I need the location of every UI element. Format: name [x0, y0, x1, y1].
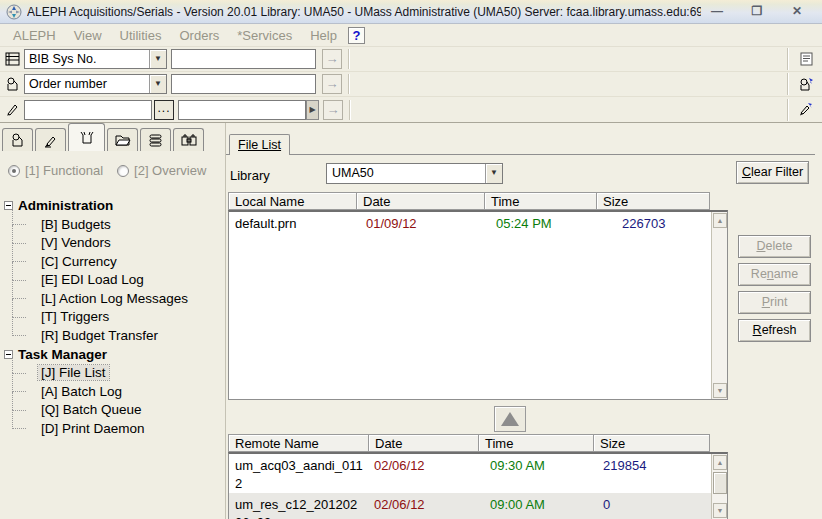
order-selector-combobox[interactable]: Order number ▼: [24, 74, 167, 94]
chevron-down-icon[interactable]: ▼: [485, 164, 502, 183]
menu-orders[interactable]: Orders: [171, 26, 229, 45]
invoice-input-1[interactable]: [24, 100, 152, 120]
tab-folder-icon[interactable]: [107, 128, 138, 151]
order-search-input[interactable]: [171, 74, 316, 94]
close-button[interactable]: ✕: [786, 4, 808, 20]
chevron-down-icon[interactable]: ▼: [149, 75, 166, 93]
bib-selector-combobox[interactable]: BIB Sys No. ▼: [24, 49, 167, 69]
table-row[interactable]: um_acq03_aandi_0112 02/06/12 09:30 AM 21…: [229, 454, 727, 493]
column-header-size[interactable]: Size: [593, 434, 710, 452]
cell-remote-name: um_res_c12_20120206_09.um_res: [229, 493, 368, 519]
scrollbar-thumb[interactable]: [713, 472, 727, 494]
tree-item-file-list[interactable]: [J] File List: [4, 364, 225, 383]
radio-unselected-icon: [117, 165, 129, 177]
print-button[interactable]: Print: [738, 291, 811, 314]
tree-item-action-log-messages[interactable]: [L] Action Log Messages: [4, 289, 225, 308]
cell-remote-name: um_acq03_aandi_0112: [229, 454, 368, 493]
scroll-down-icon[interactable]: ▼: [713, 503, 727, 518]
radio-functional[interactable]: [1] Functional: [8, 163, 103, 178]
local-table-header: Local Name Date Time Size: [228, 192, 710, 210]
browse-button[interactable]: ...: [154, 100, 174, 120]
order-go-button[interactable]: →: [322, 74, 342, 94]
delete-button[interactable]: Delete: [738, 235, 811, 258]
scroll-up-icon[interactable]: ▲: [713, 213, 727, 228]
cell-date: 02/06/12: [368, 493, 478, 519]
tab-file-list[interactable]: File List: [229, 134, 290, 155]
library-label: Library: [230, 168, 270, 183]
table-row[interactable]: default.prn 01/09/12 05:24 PM 226703: [229, 212, 727, 233]
order-shortcut-icon[interactable]: [796, 75, 816, 93]
local-table-body: default.prn 01/09/12 05:24 PM 226703 ▲ ▼: [228, 210, 728, 400]
library-combobox[interactable]: UMA50 ▼: [326, 163, 503, 184]
file-list-panel: File List Library UMA50 ▼ Clear Filter L…: [226, 123, 822, 519]
radio-overview[interactable]: [2] Overview: [117, 163, 206, 178]
column-header-date[interactable]: Date: [356, 192, 484, 210]
local-table-scrollbar[interactable]: ▲ ▼: [711, 212, 727, 399]
tree-item-triggers[interactable]: [T] Triggers: [4, 308, 225, 327]
clear-filter-button[interactable]: Clear Filter: [736, 161, 809, 184]
column-header-remote-name[interactable]: Remote Name: [228, 434, 368, 452]
tab-search-binoculars-icon[interactable]: [173, 128, 204, 151]
expand-right-icon[interactable]: ▶: [306, 100, 319, 120]
tree-item-print-daemon[interactable]: [D] Print Daemon: [4, 419, 225, 438]
tab-administration-icon[interactable]: [68, 123, 105, 151]
tab-invoice-pen-icon[interactable]: [35, 128, 66, 151]
menu-help[interactable]: Help: [301, 26, 346, 45]
toolbar-row-bib: BIB Sys No. ▼ →: [0, 47, 822, 72]
chevron-down-icon[interactable]: ▼: [149, 50, 166, 68]
cell-size: 219854: [593, 454, 691, 493]
up-arrow-icon: [501, 412, 519, 426]
column-header-date[interactable]: Date: [368, 434, 478, 452]
toolbar-row-order: Order number ▼ →: [0, 72, 822, 97]
minimize-button[interactable]: —: [706, 4, 728, 20]
tree-item-currency[interactable]: [C] Currency: [4, 252, 225, 271]
tree-item-vendors[interactable]: [V] Vendors: [4, 234, 225, 253]
remote-table-scrollbar[interactable]: ▲ ▼: [711, 454, 727, 519]
cell-time: 09:30 AM: [478, 454, 593, 493]
tree-item-edi-load-log[interactable]: [E] EDI Load Log: [4, 271, 225, 290]
refresh-button[interactable]: Refresh: [738, 319, 811, 342]
tree-item-budget-transfer[interactable]: [R] Budget Transfer: [4, 326, 225, 345]
scroll-down-icon[interactable]: ▼: [713, 383, 727, 398]
tree-group-label: Task Manager: [18, 347, 107, 362]
toolbar-separator: [348, 74, 349, 94]
tree-item-budgets[interactable]: [B] Budgets: [4, 215, 225, 234]
help-icon[interactable]: ?: [348, 27, 365, 44]
column-header-local-name[interactable]: Local Name: [228, 192, 356, 210]
invoice-go-button[interactable]: →: [323, 100, 343, 120]
scroll-up-icon[interactable]: ▲: [713, 455, 727, 470]
window-title: ALEPH Acquisitions/Serials - Version 20.…: [27, 5, 701, 19]
bib-go-button[interactable]: →: [322, 49, 342, 69]
menu-aleph[interactable]: ALEPH: [4, 26, 65, 45]
tree-item-batch-queue[interactable]: [Q] Batch Queue: [4, 401, 225, 420]
move-up-button[interactable]: [494, 406, 526, 432]
module-tab-strip: [0, 123, 225, 151]
menu-services[interactable]: *Services: [228, 26, 301, 45]
tab-stack-icon[interactable]: [140, 128, 171, 151]
column-header-time[interactable]: Time: [478, 434, 593, 452]
toolbar-separator: [787, 99, 788, 121]
pen-shortcut-icon[interactable]: [796, 101, 816, 119]
tree-group-administration[interactable]: Administration: [4, 196, 225, 215]
radio-overview-label: [2] Overview: [134, 163, 206, 178]
toolbar-separator: [348, 49, 349, 69]
navigation-pane: [1] Functional [2] Overview Administrati…: [0, 123, 226, 519]
title-bar: ALEPH Acquisitions/Serials - Version 20.…: [0, 0, 822, 24]
column-header-size[interactable]: Size: [596, 192, 710, 210]
table-row[interactable]: um_res_c12_20120206_09.um_res 02/06/12 0…: [229, 493, 727, 519]
rename-button[interactable]: Rename: [738, 263, 811, 286]
record-form-icon[interactable]: [796, 50, 816, 68]
remote-table-body: um_acq03_aandi_0112 02/06/12 09:30 AM 21…: [228, 452, 728, 519]
column-header-time[interactable]: Time: [484, 192, 596, 210]
menu-view[interactable]: View: [65, 26, 111, 45]
tab-order-icon[interactable]: [2, 128, 33, 151]
app-logo-icon: [6, 4, 22, 20]
radio-selected-icon: [8, 165, 20, 177]
invoice-input-2[interactable]: [178, 100, 306, 120]
bib-search-input[interactable]: [171, 49, 316, 69]
menu-utilities[interactable]: Utilities: [111, 26, 171, 45]
maximize-button[interactable]: ❐: [746, 4, 768, 20]
toolbar-separator: [787, 73, 788, 95]
tree-item-batch-log[interactable]: [A] Batch Log: [4, 382, 225, 401]
tree-group-task-manager[interactable]: Task Manager: [4, 345, 225, 364]
